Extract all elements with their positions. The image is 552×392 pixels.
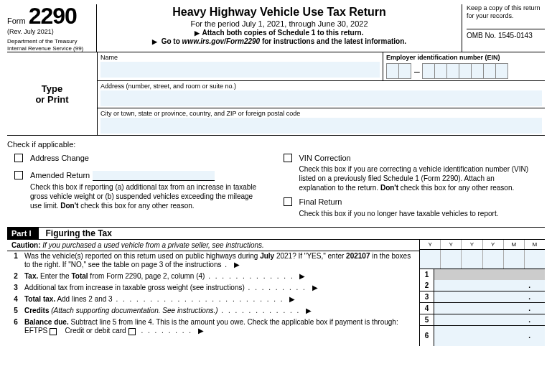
amended-return-label: Amended Return xyxy=(30,170,262,180)
part1-bar: Part I Figuring the Tax xyxy=(7,227,545,240)
name-input[interactable] xyxy=(100,62,380,78)
header-center: Heavy Highway Vehicle Use Tax Return For… xyxy=(97,4,462,52)
city-input[interactable] xyxy=(100,118,542,134)
address-cell: Address (number, street, and room or sui… xyxy=(98,81,545,108)
line5-text: Credits (Attach supporting documentation… xyxy=(24,306,419,317)
address-label: Address (number, street, and room or sui… xyxy=(100,83,542,90)
amended-return-checkbox[interactable] xyxy=(14,171,23,179)
revision: (Rev. July 2021) xyxy=(7,28,93,35)
arrow-icon: ▶ xyxy=(299,272,305,280)
line3-text: Additional tax from increase in taxable … xyxy=(24,283,419,294)
address-input[interactable] xyxy=(100,90,542,106)
line1-box-num: 1 xyxy=(420,269,434,280)
line5-num: 5 xyxy=(7,306,24,317)
arrow-icon: ▶ xyxy=(289,295,295,303)
line1-text: Was the vehicle(s) reported on this retu… xyxy=(24,251,419,271)
address-change-checkbox[interactable] xyxy=(14,154,23,162)
final-return-checkbox[interactable] xyxy=(284,197,292,206)
line6-box-num: 6 xyxy=(420,326,434,346)
line2-text: Tax. Enter the Total from Form 2290, pag… xyxy=(24,271,419,283)
header-left: Form 2290 (Rev. July 2021) Department of… xyxy=(7,4,97,52)
type-or-print-label: Type or Print xyxy=(7,52,97,135)
name-label: Name xyxy=(100,54,380,61)
caution-label: Caution: xyxy=(11,241,41,249)
caution-text: If you purchased a used vehicle from a p… xyxy=(41,241,264,249)
line1-num: 1 xyxy=(7,251,24,271)
ein-cell: Employer identification number (EIN) – xyxy=(383,52,545,80)
name-cell: Name xyxy=(98,52,383,80)
part1-title: Figuring the Tax xyxy=(46,228,112,238)
amended-desc: Check this box if reporting (a) addition… xyxy=(30,182,262,210)
line2-amount[interactable] xyxy=(434,280,545,291)
line3-num: 3 xyxy=(7,283,24,294)
header-right: Keep a copy of this return for your reco… xyxy=(462,4,545,52)
vin-correction-checkbox[interactable] xyxy=(284,154,292,162)
arrow-icon: ▶ xyxy=(306,307,312,314)
line6-text: Balance due. Subtract line 5 from line 4… xyxy=(24,317,419,337)
line5-amount[interactable] xyxy=(434,314,545,325)
line4-box-num: 4 xyxy=(420,303,434,314)
arrow-icon: ▶ xyxy=(312,284,318,291)
checkboxes-section: Check if applicable: Address Change Amen… xyxy=(7,136,545,227)
line1-date-input[interactable] xyxy=(420,250,545,269)
form-header: Form 2290 (Rev. July 2021) Department of… xyxy=(7,4,545,52)
line2-num: 2 xyxy=(7,271,24,283)
attach-line: Attach both copies of Schedule 1 to this… xyxy=(101,29,457,37)
goto-url: www.irs.gov/Form2290 xyxy=(182,37,261,45)
form-number: 2290 xyxy=(29,4,77,27)
form-period: For the period July 1, 2021, through Jun… xyxy=(101,19,457,28)
credit-card-checkbox[interactable] xyxy=(128,328,136,335)
line2-box-num: 2 xyxy=(420,280,434,291)
caution-row: Caution: If you purchased a used vehicle… xyxy=(7,240,419,251)
line1-gray xyxy=(434,269,545,280)
taxpayer-info: Type or Print Name Employer identificati… xyxy=(7,52,545,136)
ein-input[interactable]: – xyxy=(386,63,542,79)
city-cell: City or town, state or province, country… xyxy=(98,108,545,135)
form-word: Form xyxy=(7,17,26,25)
date-header: Y Y Y Y M M xyxy=(420,240,545,250)
amended-date-input[interactable] xyxy=(93,171,215,181)
form-title: Heavy Highway Vehicle Use Tax Return xyxy=(101,6,457,19)
line6-amount[interactable] xyxy=(434,326,545,346)
line3-box-num: 3 xyxy=(420,291,434,302)
vin-desc: Check this box if you are correcting a v… xyxy=(299,164,531,192)
goto-post: for instructions and the latest informat… xyxy=(260,37,406,45)
final-desc: Check this box if you no longer have tax… xyxy=(299,209,499,218)
city-label: City or town, state or province, country… xyxy=(100,110,542,117)
line5-box-num: 5 xyxy=(420,314,434,325)
omb-number: OMB No. 1545-0143 xyxy=(467,29,545,39)
line4-num: 4 xyxy=(7,294,24,306)
part1-tag: Part I xyxy=(7,228,39,239)
keep-copy: Keep a copy of this return for your reco… xyxy=(467,4,545,20)
goto-pre: Go to xyxy=(162,37,182,45)
eftps-checkbox[interactable] xyxy=(50,328,57,335)
department: Department of the Treasury Internal Reve… xyxy=(7,38,93,52)
line4-amount[interactable] xyxy=(434,303,545,314)
part1-lines: Caution: If you purchased a used vehicle… xyxy=(7,240,545,346)
address-change-label: Address Change xyxy=(30,153,89,163)
ein-label: Employer identification number (EIN) xyxy=(386,54,542,61)
check-header: Check if applicable: xyxy=(7,140,545,149)
line4-text: Total tax. Add lines 2 and 3 . . . . . .… xyxy=(24,294,419,306)
line6-num: 6 xyxy=(7,317,24,337)
vin-correction-label: VIN Correction xyxy=(299,153,531,163)
arrow-icon: ▶ xyxy=(234,261,240,269)
arrow-icon: ▶ xyxy=(198,327,204,335)
goto-line: Go to www.irs.gov/Form2290 for instructi… xyxy=(101,37,457,45)
line3-amount[interactable] xyxy=(434,291,545,302)
final-return-label: Final Return xyxy=(299,197,499,207)
